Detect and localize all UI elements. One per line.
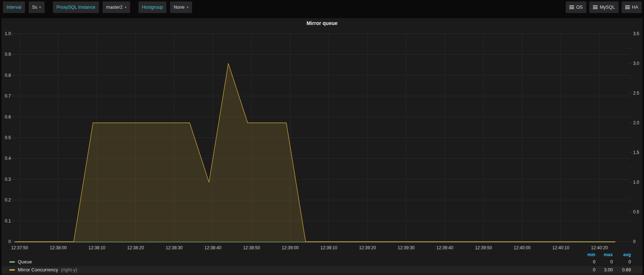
proxysql-instance-value: master2 (106, 5, 122, 10)
legend-label-queue: Queue (18, 259, 32, 264)
proxysql-instance-group: ProxySQL Instance master2 ▾ (53, 1, 130, 13)
menu-icon (569, 5, 574, 9)
interval-group: Interval 5s ▾ (3, 1, 45, 13)
mirror-concurrency-max: 3.00 (595, 267, 613, 272)
proxysql-instance-dropdown[interactable]: master2 ▾ (103, 1, 130, 13)
mirror-queue-panel (1, 18, 643, 275)
chevron-down-icon: ▾ (125, 6, 126, 9)
legend-label-mirror-concurrency: Mirror Concurrency (18, 267, 58, 272)
panel-title[interactable]: Mirror queue (0, 20, 644, 26)
menu-icon (625, 5, 630, 9)
proxysql-instance-variable-label: ProxySQL Instance (53, 1, 99, 13)
legend-row-highlight (1, 266, 643, 273)
template-variables: Interval 5s ▾ ProxySQL Instance master2 … (3, 1, 200, 13)
mysql-menu-button[interactable]: MySQL (589, 1, 619, 13)
hostgroup-variable-label: Hostgroup (138, 1, 167, 13)
dashboard: Interval 5s ▾ ProxySQL Instance master2 … (0, 0, 644, 275)
mysql-menu-label: MySQL (600, 5, 615, 10)
queue-series-swatch (9, 261, 15, 263)
os-menu-button[interactable]: OS (566, 1, 586, 13)
os-menu-label: OS (576, 5, 583, 10)
menu-icon (593, 5, 598, 9)
interval-value: 5s (32, 5, 37, 10)
legend-row-queue[interactable]: Queue (9, 259, 32, 264)
legend-stats-header: min max avg (578, 252, 631, 257)
mirror-concurrency-avg: 0.69 (613, 267, 631, 272)
ha-menu-label: HA (632, 5, 638, 10)
queue-min: 0 (578, 259, 595, 264)
legend-row-mirror-concurrency[interactable]: Mirror Concurrency (right-y) (9, 267, 77, 272)
toolbar: Interval 5s ▾ ProxySQL Instance master2 … (0, 0, 644, 17)
interval-variable-label: Interval (3, 1, 25, 13)
stats-header-max: max (595, 252, 613, 257)
queue-avg: 0 (613, 259, 631, 264)
hostgroup-dropdown[interactable]: None ▾ (170, 1, 192, 13)
chevron-down-icon: ▾ (187, 6, 188, 9)
mirror-concurrency-min: 0 (578, 267, 595, 272)
legend-right-y-suffix: (right-y) (61, 267, 77, 272)
stats-header-avg: avg (613, 252, 631, 257)
queue-max: 0 (595, 259, 613, 264)
dashboard-links: OS MySQL HA (566, 1, 642, 13)
hostgroup-group: Hostgroup None ▾ (138, 1, 192, 13)
mirror-concurrency-series-swatch (9, 269, 15, 271)
mirror-concurrency-stats-row: 0 3.00 0.69 (578, 267, 631, 272)
interval-dropdown[interactable]: 5s ▾ (29, 1, 45, 13)
queue-stats-row: 0 0 0 (578, 259, 631, 264)
hostgroup-value: None (174, 5, 184, 10)
ha-menu-button[interactable]: HA (622, 1, 642, 13)
chevron-down-icon: ▾ (39, 6, 41, 9)
stats-header-min: min (578, 252, 595, 257)
